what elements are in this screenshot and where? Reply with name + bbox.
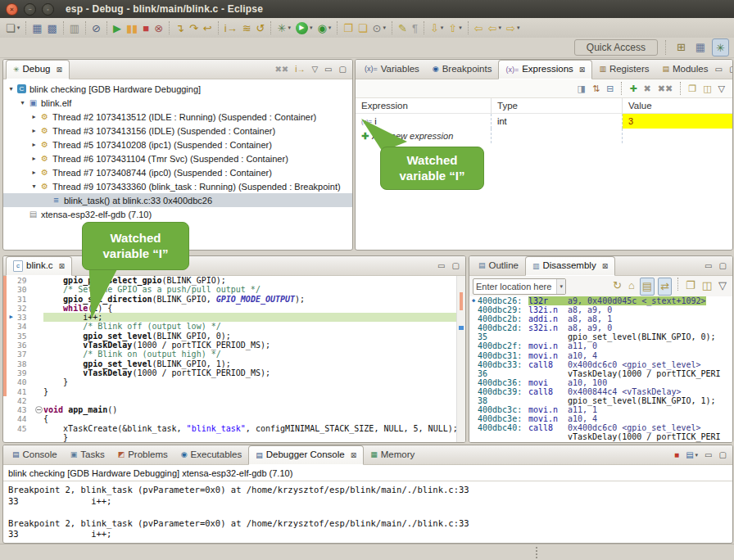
- view-menu-button[interactable]: ▽: [717, 278, 728, 294]
- disassembly-line[interactable]: 400dbc29:l32i.na8, a9, 0: [469, 305, 732, 314]
- disassembly-line[interactable]: 38gpio_set_level(BLINK_GPIO, 1);: [469, 396, 732, 405]
- disassembly-line[interactable]: 36vTaskDelay(1000 / portTICK_PERI: [469, 369, 732, 378]
- toggle-mark-occurrences-button[interactable]: ✎: [396, 20, 409, 36]
- disassembly-line[interactable]: 400dbc2f:movi.na11, 0: [469, 341, 732, 350]
- close-tab-icon[interactable]: ⊠: [59, 262, 66, 270]
- pin-view-button[interactable]: ◫: [701, 81, 713, 96]
- expander-icon[interactable]: ▸: [29, 141, 39, 148]
- show-type-names-button[interactable]: ◨: [576, 81, 587, 96]
- fold-gutter[interactable]: [34, 405, 43, 414]
- code-line[interactable]: 37 /* Blink on (output high) */: [3, 350, 457, 359]
- code-line[interactable]: 45 xTaskCreate(&blink_task, "blink_task"…: [3, 424, 457, 433]
- view-menu-button[interactable]: ▽: [311, 61, 318, 78]
- disassembly-line[interactable]: 400dbc3c:movi.na11, 1: [469, 405, 732, 414]
- sash-handle[interactable]: [536, 547, 539, 558]
- tab-breakpoints[interactable]: ◉Breakpoints: [426, 60, 499, 79]
- debug-tree-item[interactable]: ▸⚙Thread #6 1073431104 (Tmr Svc) (Suspen…: [3, 151, 352, 165]
- maximize-button[interactable]: ▢: [339, 61, 347, 78]
- show-whitespace-button[interactable]: ¶: [410, 20, 419, 36]
- print-button[interactable]: ▥: [68, 20, 81, 36]
- code-line[interactable]: ▶33 i++;: [3, 313, 457, 322]
- save-button[interactable]: ▦: [30, 20, 43, 36]
- maximize-button[interactable]: ▢: [452, 258, 460, 274]
- sync-selection-button[interactable]: ⇄: [658, 278, 672, 296]
- suspend-button[interactable]: ▮▮: [125, 20, 139, 36]
- close-tab-icon[interactable]: ⊠: [579, 65, 586, 74]
- minimize-button[interactable]: ▭: [714, 61, 722, 78]
- display-selected-console-button[interactable]: ▤▾: [686, 447, 698, 463]
- code-line[interactable]: 29 gpio_pad_select_gpio(BLINK_GPIO);: [3, 276, 457, 285]
- maximize-button[interactable]: ▢: [729, 61, 733, 78]
- tab-memory[interactable]: ▦Memory: [364, 445, 421, 464]
- code-line[interactable]: 43void app_main(): [3, 405, 457, 414]
- code-line[interactable]: 34 /* Blink off (output low) */: [3, 322, 457, 331]
- minimize-button[interactable]: ▭: [705, 447, 712, 463]
- expander-icon[interactable]: ▸: [29, 155, 39, 162]
- cpp-perspective-button[interactable]: ▦: [692, 38, 709, 55]
- disassembly-line[interactable]: 400dbc3e:movi.na10, 4: [469, 414, 732, 423]
- tab-variables[interactable]: (x)=Variables: [358, 60, 426, 79]
- code-editor[interactable]: 29 gpio_pad_select_gpio(BLINK_GPIO);30 /…: [3, 276, 457, 442]
- code-line[interactable]: 38 gpio_set_level(BLINK_GPIO, 1);: [3, 359, 457, 368]
- disassembly-line[interactable]: 400dbc2d:s32i.na8, a9, 0: [469, 323, 732, 332]
- code-line[interactable]: 36 vTaskDelay(1000 / portTICK_PERIOD_MS)…: [3, 341, 457, 350]
- tab-debugger-console[interactable]: ▤Debugger Console⊠: [248, 445, 364, 465]
- tab-disassembly[interactable]: ▥Disassembly⊠: [525, 256, 615, 276]
- disassembly-line[interactable]: 400dbc40:call80x400dc6c0 <gpio_set_level…: [469, 423, 732, 432]
- debug-button[interactable]: ✳▾: [275, 20, 292, 36]
- expander-icon[interactable]: ▾: [18, 99, 27, 106]
- disassembly-line[interactable]: 400dbc36:movia10, 100: [469, 378, 732, 387]
- column-header-type[interactable]: Type: [492, 98, 623, 113]
- debug-tree-item[interactable]: ≡blink_task() at blink.c:33 0x400dbc26: [3, 193, 352, 207]
- code-line[interactable]: 31 gpio_set_direction(BLINK_GPIO, GPIO_M…: [3, 295, 457, 304]
- code-line[interactable]: 39 vTaskDelay(1000 / portTICK_PERIOD_MS)…: [3, 368, 457, 377]
- next-annotation-button[interactable]: ⇩▾: [428, 20, 445, 36]
- disassembly-line[interactable]: 400dbc2b:addi.na8, a8, 1: [469, 314, 732, 323]
- use-step-filters-button[interactable]: ≋: [241, 20, 253, 36]
- close-tab-icon[interactable]: ⊠: [56, 65, 62, 74]
- debug-tree-item[interactable]: ▸⚙Thread #7 1073408744 (ipc0) (Suspended…: [3, 165, 352, 179]
- refresh-button[interactable]: ↻: [611, 278, 623, 294]
- tab-console[interactable]: ▤Console: [6, 445, 64, 464]
- debug-tree-item[interactable]: ▾▣blink.elf: [3, 96, 352, 110]
- run-button[interactable]: ▶▾: [294, 20, 315, 36]
- code-line[interactable]: 35 gpio_set_level(BLINK_GPIO, 0);: [3, 332, 457, 341]
- debug-tree-item[interactable]: ▾⚙Thread #9 1073433360 (blink_task : Run…: [3, 179, 352, 193]
- disassembly-line[interactable]: ◆400dbc26:l32ra9, 0x400d045c <_stext+109…: [469, 296, 732, 305]
- minimize-button[interactable]: ▭: [324, 61, 332, 78]
- remove-all-expressions-button[interactable]: ✖✖: [656, 81, 674, 96]
- show-logical-structures-button[interactable]: ⇅: [591, 81, 601, 96]
- back-button[interactable]: ⇦▾: [487, 20, 503, 36]
- search-button[interactable]: ⊙▾: [371, 20, 387, 36]
- code-line[interactable]: 40 }: [3, 377, 457, 386]
- code-line[interactable]: 30 /* Set the GPIO as a push/pull output…: [3, 285, 457, 294]
- disconnect-button[interactable]: ⊗: [152, 20, 165, 36]
- open-perspective-button[interactable]: ⊞: [673, 38, 689, 55]
- add-expression-row[interactable]: ✚Add new expression: [356, 129, 732, 143]
- step-into-button[interactable]: ↴: [174, 20, 186, 36]
- remove-expression-button[interactable]: ✖: [642, 81, 653, 96]
- expander-icon[interactable]: ▸: [29, 127, 39, 134]
- forward-button[interactable]: ⇨▾: [505, 20, 521, 36]
- tab-outline[interactable]: ▤Outline: [472, 256, 525, 275]
- step-return-button[interactable]: ↩: [202, 20, 214, 36]
- location-input[interactable]: Enter location here ▾: [473, 278, 566, 295]
- debug-tree-item[interactable]: ▸⚙Thread #3 1073413156 (IDLE) (Suspended…: [3, 124, 352, 138]
- tab-problems[interactable]: ◩Problems: [111, 445, 174, 464]
- minimize-button[interactable]: ▭: [705, 258, 712, 274]
- debug-tree-item[interactable]: ▤xtensa-esp32-elf-gdb (7.10): [3, 207, 352, 221]
- maximize-button[interactable]: ▢: [719, 258, 727, 274]
- column-header-expression[interactable]: Expression: [356, 98, 492, 113]
- overview-ruler[interactable]: [456, 276, 465, 442]
- tab-debug[interactable]: ✳ Debug ⊠: [6, 60, 70, 79]
- tab-tasks[interactable]: ▣Tasks: [64, 445, 111, 464]
- open-element-button[interactable]: ❏: [356, 20, 369, 36]
- minimize-button[interactable]: −: [24, 3, 36, 16]
- code-line[interactable]: }: [3, 433, 457, 442]
- code-line[interactable]: 44{: [3, 414, 457, 423]
- terminate-button[interactable]: ■: [141, 20, 151, 36]
- remove-all-terminated-button[interactable]: ✖✖: [274, 61, 288, 78]
- maximize-button[interactable]: ▫: [42, 3, 54, 16]
- debug-tree-item[interactable]: ▸⚙Thread #2 1073413512 (IDLE : Running) …: [3, 110, 352, 124]
- fold-collapse-icon[interactable]: [35, 406, 43, 413]
